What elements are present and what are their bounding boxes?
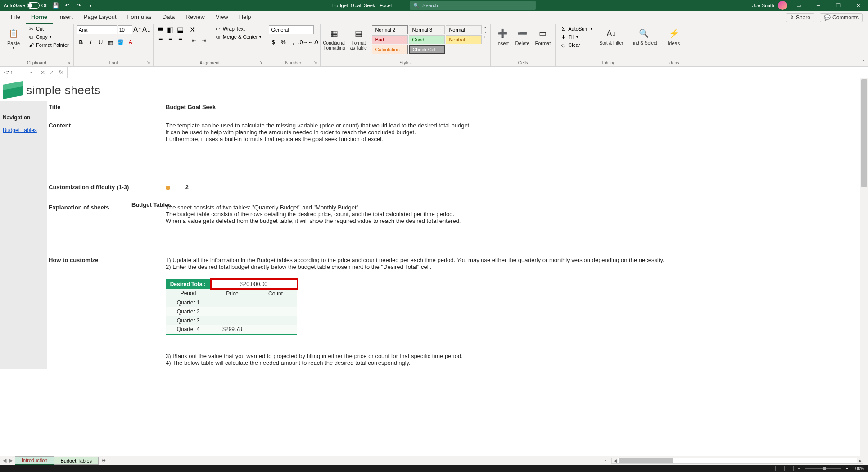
- ribbon-display-options-icon[interactable]: ▭: [791, 0, 807, 11]
- sort-filter-button[interactable]: A↓Sort & Filter: [598, 25, 625, 46]
- formula-input[interactable]: [68, 68, 868, 77]
- tab-page-layout[interactable]: Page Layout: [78, 11, 122, 24]
- italic-button[interactable]: I: [86, 38, 95, 47]
- number-format-select[interactable]: [269, 25, 314, 34]
- conditional-formatting-button[interactable]: ▦ Conditional Formatting: [323, 25, 345, 51]
- save-icon[interactable]: 💾: [51, 1, 59, 9]
- font-size-select[interactable]: [118, 25, 132, 34]
- insert-cells-button[interactable]: ➕Insert: [493, 25, 511, 47]
- align-top-icon[interactable]: ⬒: [156, 25, 165, 34]
- style-normal-3[interactable]: Normal 3: [409, 25, 445, 34]
- bold-button[interactable]: B: [77, 38, 86, 47]
- comments-icon: 💬: [824, 14, 831, 21]
- enter-formula-icon[interactable]: ✓: [48, 69, 55, 76]
- name-box[interactable]: C11 ▾: [2, 68, 34, 77]
- style-check-cell[interactable]: Check Cell: [409, 45, 445, 54]
- fill-button[interactable]: ⬇Fill▾: [558, 33, 594, 41]
- cut-button[interactable]: ✂Cut: [26, 25, 71, 32]
- comments-button[interactable]: 💬 Comments: [820, 13, 863, 22]
- format-painter-icon: 🖌: [28, 42, 34, 48]
- decrease-font-icon[interactable]: A↓: [142, 26, 150, 34]
- wrap-text-button[interactable]: ↩Wrap Text: [213, 25, 263, 32]
- clear-button[interactable]: ◇Clear▾: [558, 41, 594, 49]
- ideas-icon: ⚡: [667, 26, 681, 41]
- align-center-icon[interactable]: ≡: [166, 35, 175, 44]
- styles-scroll-up-icon[interactable]: ▴: [484, 25, 488, 29]
- merge-center-button[interactable]: ⧉Merge & Center▾: [213, 33, 263, 41]
- tab-help[interactable]: Help: [234, 11, 257, 24]
- tab-formulas[interactable]: Formulas: [122, 11, 157, 24]
- tab-view[interactable]: View: [210, 11, 234, 24]
- ideas-button[interactable]: ⚡Ideas: [665, 25, 683, 47]
- percent-format-icon[interactable]: %: [279, 38, 288, 47]
- align-right-icon[interactable]: ≡: [176, 35, 185, 44]
- clipboard-dialog-launcher[interactable]: ↘: [67, 60, 72, 65]
- format-painter-button[interactable]: 🖌Format Painter: [26, 41, 71, 49]
- qat-customize-icon[interactable]: ▾: [86, 1, 95, 9]
- group-alignment-label: Alignment: [156, 59, 263, 66]
- tab-insert[interactable]: Insert: [53, 11, 78, 24]
- styles-more-icon[interactable]: ⊡: [484, 35, 488, 39]
- align-left-icon[interactable]: ≡: [156, 35, 165, 44]
- copy-button[interactable]: ⧉Copy▾: [26, 33, 71, 41]
- decrease-decimal-icon[interactable]: ←.0: [308, 38, 317, 47]
- accounting-format-icon[interactable]: $: [269, 38, 278, 47]
- format-cells-icon: ▭: [536, 26, 550, 41]
- style-normal-2[interactable]: Normal 2: [372, 25, 408, 34]
- redo-icon[interactable]: ↷: [75, 1, 83, 9]
- autosum-button[interactable]: ΣAutoSum▾: [558, 25, 594, 32]
- align-middle-icon[interactable]: ◧: [166, 25, 175, 34]
- paste-button[interactable]: 📋 Paste ▾: [3, 25, 24, 51]
- style-neutral[interactable]: Neutral: [446, 35, 482, 44]
- font-name-select[interactable]: [77, 25, 117, 34]
- align-bottom-icon[interactable]: ⬓: [176, 25, 185, 34]
- autosave-switch-icon[interactable]: [27, 2, 40, 9]
- share-button[interactable]: ⇪ Share: [786, 13, 814, 22]
- minimize-icon[interactable]: ─: [810, 0, 827, 11]
- ideas-label: Ideas: [668, 41, 680, 46]
- search-box[interactable]: 🔍 Search: [410, 1, 536, 10]
- alignment-dialog-launcher[interactable]: ↘: [259, 60, 265, 65]
- comma-format-icon[interactable]: ,: [289, 38, 298, 47]
- style-good[interactable]: Good: [409, 35, 445, 44]
- close-icon[interactable]: ✕: [850, 0, 866, 11]
- underline-button[interactable]: U: [96, 38, 105, 47]
- decrease-indent-icon[interactable]: ⇤: [190, 36, 199, 45]
- font-color-button[interactable]: A: [126, 38, 135, 47]
- number-dialog-launcher[interactable]: ↘: [314, 60, 319, 65]
- conditional-formatting-icon: ▦: [327, 26, 341, 41]
- chevron-down-icon: ▾: [50, 35, 51, 39]
- find-select-button[interactable]: 🔍Find & Select: [628, 25, 659, 46]
- format-cells-button[interactable]: ▭Format: [533, 25, 552, 47]
- format-as-table-icon: ▤: [351, 26, 366, 41]
- cell-styles-gallery[interactable]: Normal 2 Normal 3 Normal Bad Good Neutra…: [372, 25, 482, 54]
- tab-review[interactable]: Review: [180, 11, 210, 24]
- style-normal[interactable]: Normal: [446, 25, 482, 34]
- increase-decimal-icon[interactable]: .0→: [298, 38, 307, 47]
- insert-cells-label: Insert: [497, 41, 509, 46]
- orientation-icon[interactable]: ⤭: [190, 25, 208, 34]
- autosave-toggle[interactable]: AutoSave Off: [4, 2, 48, 9]
- cancel-formula-icon[interactable]: ✕: [39, 69, 46, 76]
- font-dialog-launcher[interactable]: ↘: [147, 60, 152, 65]
- increase-font-icon[interactable]: A↑: [133, 26, 141, 34]
- increase-indent-icon[interactable]: ⇥: [199, 36, 208, 45]
- fill-color-button[interactable]: 🪣: [116, 38, 125, 47]
- style-bad[interactable]: Bad: [372, 35, 408, 44]
- styles-scroll-down-icon[interactable]: ▾: [484, 30, 488, 34]
- format-cells-label: Format: [535, 41, 551, 46]
- undo-icon[interactable]: ↶: [63, 1, 71, 9]
- tab-home[interactable]: Home: [26, 11, 53, 24]
- collapse-ribbon-icon[interactable]: ⌃: [862, 59, 865, 64]
- group-number: $ % , .0→ ←.0 Number ↘: [266, 24, 321, 66]
- borders-button[interactable]: ▦: [106, 38, 115, 47]
- maximize-icon[interactable]: ❐: [830, 0, 846, 11]
- user-avatar-icon[interactable]: [778, 1, 787, 10]
- format-as-table-button[interactable]: ▤ Format as Table: [348, 25, 369, 51]
- style-calculation[interactable]: Calculation: [372, 45, 408, 54]
- tab-file[interactable]: File: [5, 11, 26, 24]
- copy-icon: ⧉: [28, 34, 34, 40]
- tab-data[interactable]: Data: [157, 11, 180, 24]
- delete-cells-button[interactable]: ➖Delete: [513, 25, 531, 47]
- insert-function-icon[interactable]: fx: [57, 69, 64, 76]
